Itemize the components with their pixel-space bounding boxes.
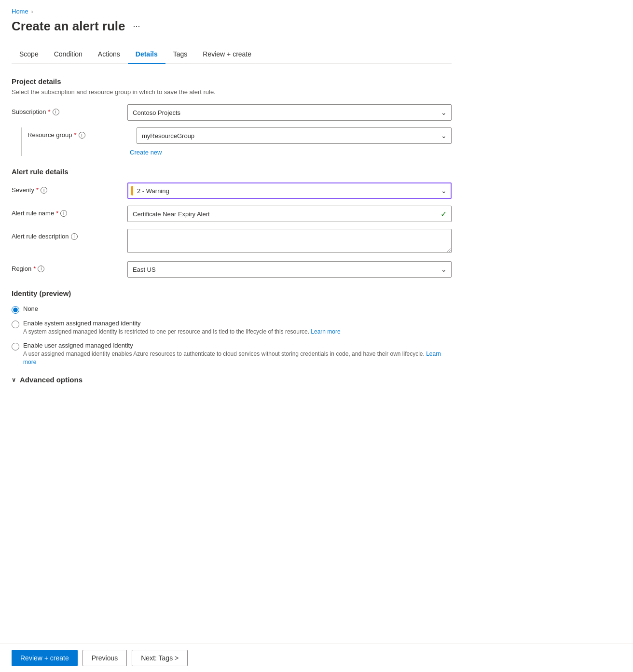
previous-button[interactable]: Previous [83,650,127,666]
severity-select[interactable]: 0 - Critical 1 - Error 2 - Warning 3 - I… [127,182,452,199]
resource-group-required: * [74,131,77,139]
region-field: East US West US East US 2 West Europe No… [127,261,452,278]
alert-rule-name-info-icon[interactable]: i [60,210,67,217]
project-details-subtitle: Select the subscription and resource gro… [12,88,452,96]
subscription-label: Subscription * i [12,104,127,115]
tab-tags[interactable]: Tags [165,45,195,64]
identity-user-assigned-label: Enable user assigned managed identity [23,342,452,349]
severity-label: Severity * i [12,182,127,194]
alert-rule-description-label: Alert rule description i [12,229,127,240]
breadcrumb-separator: › [31,9,33,14]
project-details-section: Project details Select the subscription … [12,77,452,156]
alert-rule-details-section: Alert rule details Severity * i 0 - Crit… [12,168,452,278]
subscription-required: * [48,108,51,115]
region-required: * [33,265,36,272]
severity-indicator [131,186,133,196]
advanced-options-label: Advanced options [20,376,83,384]
alert-rule-description-textarea[interactable] [127,229,452,253]
breadcrumb: Home › [12,8,452,15]
next-tags-button[interactable]: Next: Tags > [132,650,188,666]
project-details-title: Project details [12,77,452,85]
identity-radio-group: None Enable system assigned managed iden… [12,305,452,366]
breadcrumb-home[interactable]: Home [12,8,28,15]
tab-review-create[interactable]: Review + create [195,45,259,64]
tab-bar: Scope Condition Actions Details Tags Rev… [12,45,452,64]
identity-system-assigned-radio[interactable] [12,321,19,328]
resource-group-label: Resource group * i [28,127,137,139]
system-assigned-learn-more-link[interactable]: Learn more [311,328,340,335]
severity-info-icon[interactable]: i [41,187,47,194]
page-title: Create an alert rule [12,19,125,34]
alert-rule-description-field [127,229,452,254]
resource-group-content: Resource group * i myResourceGroup Creat… [22,127,452,156]
advanced-options-toggle[interactable]: ∨ Advanced options [12,376,83,384]
identity-none-radio[interactable] [12,306,19,314]
subscription-field: Contoso Projects [127,104,452,121]
tab-details[interactable]: Details [128,45,165,64]
advanced-options-chevron-icon: ∨ [12,377,16,383]
subscription-select[interactable]: Contoso Projects [127,104,452,121]
identity-user-assigned-radio[interactable] [12,343,19,350]
subscription-group: Subscription * i Contoso Projects [12,104,452,121]
region-label: Region * i [12,261,127,272]
severity-field: 0 - Critical 1 - Error 2 - Warning 3 - I… [127,182,452,199]
identity-system-assigned-desc: A system assigned managed identity is re… [23,328,341,336]
create-new-link[interactable]: Create new [130,149,162,156]
severity-required: * [36,186,39,194]
identity-none-label: None [23,305,38,312]
identity-system-assigned-label: Enable system assigned managed identity [23,320,341,327]
review-create-button[interactable]: Review + create [12,650,78,666]
region-group: Region * i East US West US East US 2 Wes… [12,261,452,278]
resource-group-select[interactable]: myResourceGroup [137,127,452,144]
alert-rule-name-group: Alert rule name * i ✓ [12,206,452,222]
ellipsis-button[interactable]: ··· [130,20,143,32]
alert-rule-name-input[interactable] [127,206,452,222]
alert-rule-details-title: Alert rule details [12,168,452,176]
tab-actions[interactable]: Actions [90,45,128,64]
bottom-bar: Review + create Previous Next: Tags > [0,644,633,672]
identity-none-option[interactable]: None [12,305,452,314]
resource-group-row: Resource group * i myResourceGroup [28,127,452,144]
region-info-icon[interactable]: i [38,266,44,272]
identity-system-assigned-option[interactable]: Enable system assigned managed identity … [12,320,452,336]
alert-rule-description-info-icon[interactable]: i [71,233,78,240]
identity-user-assigned-option[interactable]: Enable user assigned managed identity A … [12,342,452,366]
alert-rule-name-field: ✓ [127,206,452,222]
alert-rule-description-group: Alert rule description i [12,229,452,254]
tab-scope[interactable]: Scope [12,45,46,64]
alert-rule-name-required: * [56,210,58,217]
alert-rule-name-label: Alert rule name * i [12,206,127,217]
resource-group-indent-row: Resource group * i myResourceGroup Creat… [12,127,452,156]
resource-group-field: myResourceGroup [137,127,452,144]
identity-section: Identity (preview) None Enable system as… [12,289,452,366]
alert-rule-name-check-icon: ✓ [440,210,447,219]
advanced-options-section: ∨ Advanced options [12,376,452,384]
tab-condition[interactable]: Condition [46,45,90,64]
severity-group: Severity * i 0 - Critical 1 - Error 2 - … [12,182,452,199]
identity-user-assigned-desc: A user assigned managed identity enables… [23,350,452,366]
resource-group-info-icon[interactable]: i [79,132,85,139]
identity-title: Identity (preview) [12,289,452,297]
subscription-info-icon[interactable]: i [53,109,59,115]
region-select[interactable]: East US West US East US 2 West Europe No… [127,261,452,278]
